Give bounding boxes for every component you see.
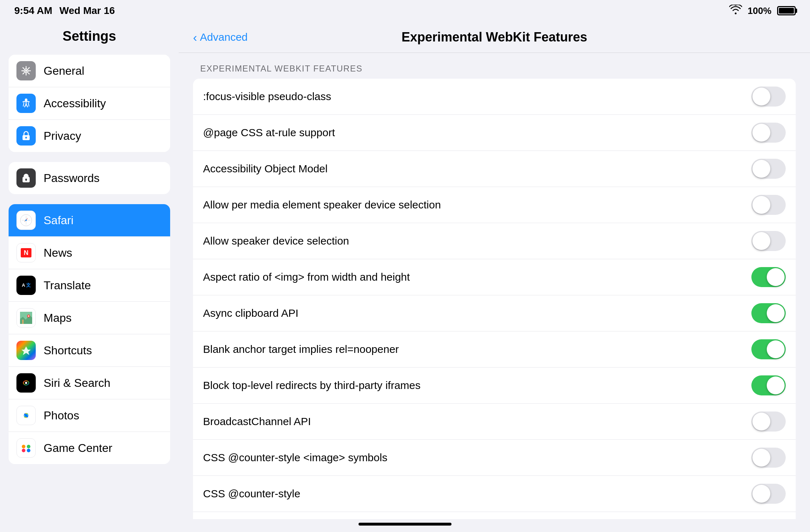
nav-title: Experimental WebKit Features (344, 30, 645, 45)
feature-toggle-async-clipboard[interactable] (751, 303, 786, 323)
svg-text:N: N (24, 249, 29, 256)
safari-icon (16, 211, 36, 230)
general-icon (16, 61, 36, 80)
sidebar-item-gamecenter[interactable]: Game Center (9, 432, 170, 464)
status-bar: 9:54 AM Wed Mar 16 100% (0, 0, 810, 21)
feature-toggle-allow-per-media[interactable] (751, 195, 786, 215)
feature-label-blank-anchor: Blank anchor target implies rel=noopener (203, 343, 399, 355)
feature-toggle-css-counter-image[interactable] (751, 448, 786, 468)
feature-toggle-focus-visible[interactable] (751, 87, 786, 107)
feature-label-css-counter: CSS @counter-style (203, 488, 300, 500)
feature-row-css-counter-image: CSS @counter-style <image> symbols (193, 440, 796, 476)
svg-point-14 (25, 220, 27, 221)
section-header: EXPERIMENTAL WEBKIT FEATURES (193, 64, 796, 79)
svg-point-32 (20, 442, 32, 454)
feature-toggle-broadcast-channel[interactable] (751, 412, 786, 432)
back-label: Advanced (200, 31, 247, 43)
sidebar: Settings General (0, 21, 179, 519)
content-area: EXPERIMENTAL WEBKIT FEATURES :focus-visi… (179, 53, 810, 519)
feature-row-allow-speaker: Allow speaker device selection (193, 223, 796, 259)
feature-label-allow-speaker: Allow speaker device selection (203, 235, 349, 247)
sidebar-item-siri[interactable]: Siri & Search (9, 367, 170, 399)
feature-row-allow-per-media: Allow per media element speaker device s… (193, 187, 796, 223)
svg-point-22 (28, 315, 29, 317)
battery-percent: 100% (748, 5, 772, 16)
back-button[interactable]: ‹ Advanced (193, 31, 344, 43)
shortcuts-label: Shortcuts (44, 344, 92, 357)
back-chevron-icon: ‹ (193, 31, 197, 43)
svg-point-33 (22, 445, 25, 448)
feature-label-async-clipboard: Async clipboard API (203, 307, 298, 319)
gamecenter-label: Game Center (44, 442, 112, 455)
safari-label: Safari (44, 214, 74, 227)
home-indicator (0, 519, 810, 532)
feature-toggle-blank-anchor[interactable] (751, 339, 786, 359)
svg-point-36 (27, 449, 30, 452)
svg-rect-7 (26, 179, 27, 181)
feature-row-css-counter: CSS @counter-style (193, 476, 796, 512)
general-label: General (44, 64, 84, 78)
feature-toggle-aspect-ratio-img[interactable] (751, 267, 786, 287)
passwords-icon (16, 168, 36, 188)
nav-bar: ‹ Advanced Experimental WebKit Features (179, 21, 810, 53)
feature-label-css-counter-image: CSS @counter-style <image> symbols (203, 452, 387, 464)
sidebar-item-privacy[interactable]: Privacy (9, 120, 170, 152)
svg-text:文: 文 (26, 282, 31, 288)
accessibility-label: Accessibility (44, 97, 106, 110)
feature-toggle-css-counter[interactable] (751, 484, 786, 504)
svg-point-4 (25, 137, 27, 139)
maps-icon (16, 308, 36, 327)
sidebar-item-translate[interactable]: A 文 Translate (9, 269, 170, 302)
passwords-label: Passwords (44, 172, 100, 185)
sidebar-item-accessibility[interactable]: Accessibility (9, 87, 170, 120)
feature-row-broadcast-channel: BroadcastChannel API (193, 404, 796, 440)
sidebar-item-passwords[interactable]: Passwords (9, 162, 170, 194)
feature-row-accessibility-object: Accessibility Object Model (193, 151, 796, 187)
feature-label-broadcast-channel: BroadcastChannel API (203, 415, 311, 428)
right-panel: ‹ Advanced Experimental WebKit Features … (179, 21, 810, 519)
sidebar-section-1: General Accessibility (9, 55, 170, 152)
translate-label: Translate (44, 279, 91, 292)
home-bar (359, 523, 451, 526)
sidebar-item-shortcuts[interactable]: Shortcuts (9, 334, 170, 367)
feature-label-allow-per-media: Allow per media element speaker device s… (203, 199, 441, 211)
svg-text:A: A (22, 282, 25, 288)
sidebar-section-2: Passwords (9, 162, 170, 194)
feature-toggle-accessibility-object[interactable] (751, 159, 786, 179)
sidebar-item-general[interactable]: General (9, 55, 170, 87)
sidebar-item-maps[interactable]: Maps (9, 302, 170, 334)
sidebar-item-news[interactable]: N News (9, 237, 170, 269)
feature-row-async-clipboard: Async clipboard API (193, 295, 796, 331)
feature-label-aspect-ratio-img: Aspect ratio of <img> from width and hei… (203, 271, 410, 283)
feature-label-block-top-level: Block top-level redirects by third-party… (203, 379, 421, 391)
feature-label-focus-visible: :focus-visible pseudo-class (203, 90, 331, 103)
svg-point-34 (27, 445, 30, 448)
feature-row-page-css: @page CSS at-rule support (193, 115, 796, 151)
news-icon: N (16, 243, 36, 262)
feature-toggle-block-top-level[interactable] (751, 375, 786, 395)
status-time: 9:54 AM (14, 5, 52, 16)
sidebar-item-safari[interactable]: Safari (9, 204, 170, 237)
translate-icon: A 文 (16, 276, 36, 295)
feature-toggle-allow-speaker[interactable] (751, 231, 786, 251)
svg-point-23 (25, 382, 27, 384)
accessibility-icon (16, 94, 36, 113)
photos-label: Photos (44, 409, 79, 422)
feature-row-aspect-ratio-img: Aspect ratio of <img> from width and hei… (193, 259, 796, 295)
sidebar-title: Settings (9, 29, 170, 55)
feature-row-block-top-level: Block top-level redirects by third-party… (193, 368, 796, 404)
news-label: News (44, 246, 72, 260)
photos-icon (16, 406, 36, 425)
gamecenter-icon (16, 438, 36, 458)
shortcuts-icon (16, 341, 36, 360)
sidebar-item-photos[interactable]: Photos (9, 399, 170, 432)
svg-point-0 (25, 70, 27, 72)
maps-label: Maps (44, 311, 71, 325)
svg-point-35 (22, 449, 25, 452)
sidebar-section-3: Safari N News A 文 (9, 204, 170, 464)
wifi-icon (729, 5, 742, 17)
features-list: :focus-visible pseudo-class@page CSS at-… (193, 79, 796, 519)
status-date: Wed Mar 16 (59, 5, 115, 16)
feature-label-page-css: @page CSS at-rule support (203, 127, 335, 139)
feature-toggle-page-css[interactable] (751, 123, 786, 143)
